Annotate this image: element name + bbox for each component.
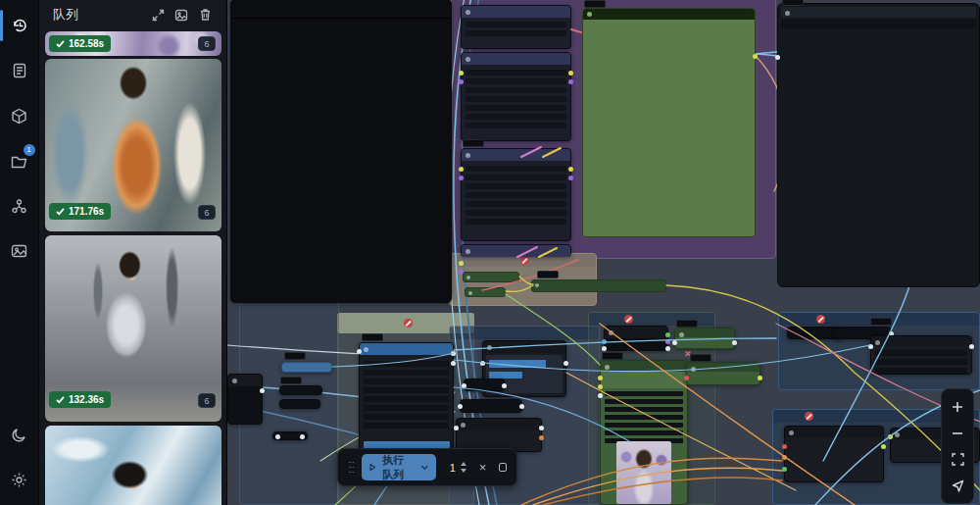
note-node-green[interactable]: [582, 8, 756, 237]
text-widget[interactable]: [489, 360, 546, 368]
port-dot[interactable]: [598, 376, 603, 380]
preview-image-node[interactable]: [777, 3, 980, 287]
port-dot[interactable]: [459, 167, 464, 172]
sidebar-item-node-map[interactable]: [0, 186, 39, 226]
sampler-node[interactable]: [359, 342, 454, 453]
queue-item[interactable]: 162.58s 6: [45, 31, 221, 56]
port-dot[interactable]: [357, 349, 362, 354]
preview-node-green[interactable]: [600, 360, 688, 505]
graph-node-collapsed[interactable]: [281, 362, 332, 373]
graph-node[interactable]: [674, 328, 735, 349]
graph-node-collapsed[interactable]: [279, 385, 322, 395]
node-title-bar[interactable]: [231, 0, 451, 19]
port-dot[interactable]: [454, 426, 459, 430]
port-dot[interactable]: [684, 376, 689, 380]
preview-image-node[interactable]: [230, 0, 452, 303]
port-dot[interactable]: [451, 361, 456, 366]
port-dot[interactable]: [459, 71, 464, 76]
port-dot[interactable]: [888, 434, 893, 439]
zoom-out-button[interactable]: [943, 420, 972, 446]
fit-view-button[interactable]: [943, 446, 972, 473]
group-title-bar[interactable]: [450, 327, 599, 339]
stop-icon[interactable]: [499, 463, 507, 472]
graph-node-collapsed[interactable]: [464, 379, 505, 391]
port-dot[interactable]: [568, 176, 573, 180]
port-dot[interactable]: [969, 344, 974, 349]
node-title-bar[interactable]: [228, 375, 262, 386]
port-dot[interactable]: [782, 444, 787, 449]
port-dot[interactable]: [568, 167, 573, 172]
node-title-bar[interactable]: [462, 149, 570, 161]
graph-node[interactable]: [461, 148, 571, 241]
sidebar-item-node-library[interactable]: [0, 51, 39, 90]
sidebar-item-queue-history[interactable]: [0, 6, 39, 45]
graph-node-collapsed[interactable]: [461, 244, 571, 257]
graph-node-collapsed[interactable]: [465, 287, 506, 297]
port-dot[interactable]: [782, 455, 787, 460]
sidebar-item-model-library[interactable]: [0, 96, 39, 135]
node-title-bar[interactable]: [360, 343, 453, 355]
close-icon[interactable]: ×: [479, 460, 487, 475]
text-widget[interactable]: [489, 372, 522, 379]
graph-node[interactable]: [456, 418, 542, 452]
port-dot[interactable]: [564, 361, 568, 366]
graph-node[interactable]: [604, 326, 668, 351]
port-dot[interactable]: [602, 339, 607, 344]
port-dot[interactable]: [451, 351, 456, 356]
port-dot[interactable]: [502, 383, 507, 388]
graph-node[interactable]: [870, 335, 972, 375]
port-dot[interactable]: [665, 346, 670, 351]
port-dot[interactable]: [665, 339, 670, 344]
port-dot[interactable]: [758, 376, 762, 380]
trash-icon[interactable]: [193, 4, 217, 25]
node-title-bar[interactable]: [462, 53, 570, 65]
node-title-bar[interactable]: [457, 419, 541, 430]
graph-node-collapsed[interactable]: [463, 272, 519, 282]
graph-node[interactable]: [686, 362, 760, 385]
batch-count-value[interactable]: 1: [450, 462, 456, 474]
drag-handle-icon[interactable]: [348, 460, 354, 476]
sidebar-item-settings[interactable]: [0, 460, 39, 499]
node-title-bar[interactable]: [687, 363, 760, 372]
graph-node-collapsed[interactable]: [531, 279, 666, 292]
stepper-up-icon[interactable]: [461, 462, 466, 466]
port-dot[interactable]: [672, 340, 677, 345]
graph-node[interactable]: [461, 5, 571, 49]
port-dot[interactable]: [459, 79, 464, 84]
port-dot[interactable]: [459, 176, 464, 180]
stepper-down-icon[interactable]: [461, 469, 466, 473]
port-dot[interactable]: [881, 444, 886, 449]
port-dot[interactable]: [539, 435, 544, 440]
graph-node[interactable]: [461, 52, 571, 141]
port-dot[interactable]: [732, 340, 737, 345]
run-queue-button[interactable]: 执行队列: [362, 454, 436, 480]
port-dot[interactable]: [753, 54, 758, 59]
port-dot[interactable]: [598, 384, 603, 389]
node-title-bar[interactable]: [605, 327, 667, 338]
node-title-bar[interactable]: [871, 336, 971, 346]
queue-item[interactable]: 132.36s 6: [45, 235, 221, 422]
port-dot[interactable]: [602, 346, 607, 351]
port-dot[interactable]: [598, 393, 603, 398]
port-dot[interactable]: [868, 344, 873, 349]
expand-icon[interactable]: [146, 4, 170, 25]
port-dot[interactable]: [775, 55, 780, 60]
node-title-bar[interactable]: [675, 328, 734, 337]
node-title-bar[interactable]: [781, 7, 976, 18]
port-dot[interactable]: [782, 467, 787, 472]
node-title-bar[interactable]: [462, 245, 570, 257]
node-canvas[interactable]: ✕ ✕: [227, 0, 980, 505]
graph-node[interactable]: [227, 374, 263, 425]
port-dot[interactable]: [568, 71, 573, 76]
port-dot[interactable]: [300, 434, 305, 439]
node-title-bar[interactable]: [601, 361, 687, 372]
port-dot[interactable]: [462, 383, 466, 388]
port-dot[interactable]: [480, 361, 485, 366]
graph-node-collapsed[interactable]: [272, 431, 308, 440]
port-dot[interactable]: [568, 79, 573, 84]
port-dot[interactable]: [458, 404, 463, 409]
select-mode-button[interactable]: [943, 473, 972, 499]
sidebar-item-workflows[interactable]: 1: [0, 141, 39, 180]
port-dot[interactable]: [275, 434, 280, 439]
image-icon[interactable]: [170, 4, 193, 25]
